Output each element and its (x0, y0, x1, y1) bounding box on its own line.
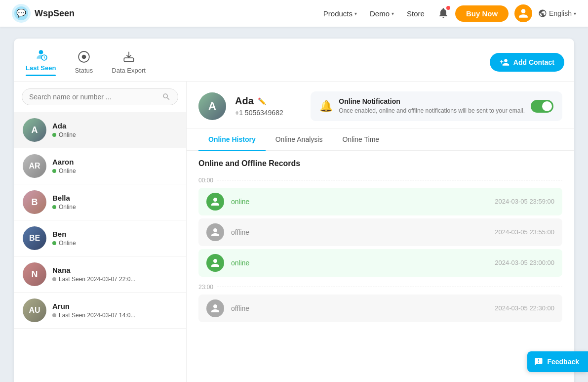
contact-ada[interactable]: A Ada Online (14, 112, 186, 148)
globe-icon (538, 9, 547, 18)
record-4-time: 2024-03-05 22:30:00 (495, 304, 554, 312)
user-online-icon (210, 197, 220, 207)
nav-products[interactable]: Products ▾ (318, 6, 362, 21)
online-dot (52, 241, 56, 245)
contact-ben[interactable]: BE Ben Online (14, 220, 186, 256)
contact-ada-name: Ada (52, 122, 76, 130)
logo-text: WspSeen (35, 8, 75, 19)
search-wrap (14, 82, 186, 112)
online-dot (52, 133, 56, 137)
notif-text: Online Notification Once enabled, online… (339, 97, 525, 115)
history-title: Online and Offline Records (198, 151, 562, 173)
user-offline-icon (210, 227, 220, 237)
contact-arun-avatar: AU (23, 298, 46, 322)
panel-tabs: Online History Online Analysis Online Ti… (187, 128, 574, 151)
tab-online-time[interactable]: Online Time (332, 128, 389, 150)
record-2: offline 2024-03-05 23:55:00 (198, 218, 562, 246)
profile-name: Ada ✏️ (235, 95, 283, 107)
edit-icon[interactable]: ✏️ (258, 97, 266, 105)
svg-point-6 (82, 54, 86, 59)
record-3-status: online (231, 259, 488, 267)
language-label: English (549, 9, 572, 17)
navbar: 💬 WspSeen Products ▾ Demo ▾ Store Buy No… (0, 0, 588, 27)
contact-arun-name: Arun (52, 302, 135, 310)
add-contact-button[interactable]: Add Contact (490, 53, 564, 72)
tab-status[interactable]: Status (73, 46, 95, 79)
record-2-status: offline (231, 228, 488, 236)
contact-bella[interactable]: B Bella Online (14, 184, 186, 220)
logo-icon: 💬 (12, 4, 31, 23)
contact-bella-avatar: B (23, 190, 46, 214)
status-icon (77, 50, 91, 64)
nav-store[interactable]: Store (402, 6, 430, 21)
tab-data-export[interactable]: Data Export (110, 46, 148, 79)
search-box (22, 88, 178, 105)
notification-bell[interactable] (437, 7, 449, 20)
record-2-icon (206, 223, 224, 241)
record-1-status: online (231, 198, 488, 206)
nav-demo[interactable]: Demo ▾ (365, 6, 399, 21)
add-contact-icon (500, 57, 510, 67)
notification-box: 🔔 Online Notification Once enabled, onli… (311, 91, 562, 121)
feedback-button[interactable]: Feedback (527, 351, 588, 372)
contact-ada-avatar: A (23, 118, 46, 142)
tab-status-label: Status (75, 67, 93, 74)
nav-right: Buy Now English ▾ (437, 4, 576, 22)
contact-ben-info: Ben Online (52, 230, 76, 247)
inner-layout: A Ada Online AR (14, 82, 574, 382)
logo[interactable]: 💬 WspSeen (12, 4, 75, 23)
contact-aaron-name: Aaron (52, 158, 76, 166)
contact-aaron-status: Online (52, 168, 76, 174)
contact-ada-info: Ada Online (52, 122, 76, 138)
offline-dot (52, 313, 56, 317)
products-chevron-icon: ▾ (354, 11, 357, 16)
record-1-time: 2024-03-05 23:59:00 (495, 198, 554, 205)
contact-ada-status: Online (52, 131, 76, 138)
tab-last-seen-label: Last Seen (26, 64, 56, 72)
contact-nana[interactable]: N Nana Last Seen 2024-03-07 22:0... (14, 256, 186, 293)
record-1: online 2024-03-05 23:59:00 (198, 188, 562, 215)
tab-last-seen[interactable]: Last Seen (24, 43, 58, 81)
contact-nana-info: Nana Last Seen 2024-03-07 22:0... (52, 266, 135, 283)
demo-chevron-icon: ▾ (392, 11, 394, 16)
record-4-status: offline (231, 304, 488, 312)
export-icon (122, 50, 136, 64)
tab-online-analysis[interactable]: Online Analysis (266, 128, 333, 150)
tab-group: Last Seen Status (24, 43, 148, 81)
notif-title: Online Notification (339, 97, 525, 105)
svg-text:💬: 💬 (16, 8, 26, 18)
contact-aaron-info: Aaron Online (52, 158, 76, 174)
search-input[interactable] (29, 93, 158, 101)
contact-arun[interactable]: AU Arun Last Seen 2024-03-07 14:0... (14, 293, 186, 329)
time-label-0000: 00:00 (198, 173, 562, 188)
user-avatar[interactable] (514, 4, 532, 22)
main-panel: A Ada ✏️ +1 5056349682 🔔 Online Notifica… (187, 82, 574, 382)
buy-now-button[interactable]: Buy Now (455, 5, 509, 22)
svg-rect-7 (124, 58, 134, 62)
contact-arun-status: Last Seen 2024-03-07 14:0... (52, 312, 135, 319)
sidebar: A Ada Online AR (14, 82, 187, 382)
bell-notif-icon: 🔔 (319, 100, 333, 113)
record-3-time: 2024-03-05 23:00:00 (495, 259, 554, 266)
contact-arun-info: Arun Last Seen 2024-03-07 14:0... (52, 302, 135, 319)
contact-aaron[interactable]: AR Aaron Online (14, 148, 186, 184)
contact-ben-name: Ben (52, 230, 76, 238)
tab-online-history[interactable]: Online History (198, 128, 266, 150)
nav-center: Products ▾ Demo ▾ Store (318, 6, 430, 21)
contact-bella-info: Bella Online (52, 194, 76, 211)
record-3: online 2024-03-05 23:00:00 (198, 249, 562, 277)
contact-nana-status: Last Seen 2024-03-07 22:0... (52, 276, 135, 283)
record-4: offline 2024-03-05 22:30:00 (198, 295, 562, 322)
notif-desc: Once enabled, online and offline notific… (339, 107, 525, 115)
language-chevron-icon: ▾ (574, 11, 576, 16)
profile-phone: +1 5056349682 (235, 109, 283, 117)
svg-point-3 (39, 50, 43, 54)
notification-toggle[interactable] (531, 100, 553, 113)
record-3-icon (206, 254, 224, 272)
search-icon (162, 92, 171, 101)
language-selector[interactable]: English ▾ (538, 9, 576, 18)
online-dot (52, 205, 56, 209)
contact-bella-name: Bella (52, 194, 76, 202)
user-online-icon-2 (210, 258, 220, 268)
record-4-icon (206, 299, 224, 317)
